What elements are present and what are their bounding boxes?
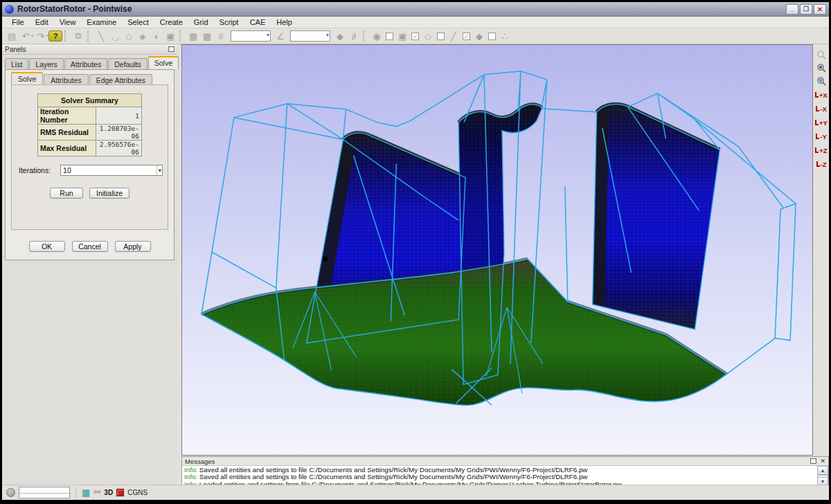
table-row: Iteration Number 1 <box>38 107 142 125</box>
row-label: Iteration Number <box>38 107 96 125</box>
toolbar-separator <box>363 30 368 42</box>
menu-grid[interactable]: Grid <box>188 17 214 27</box>
tab-solve[interactable]: Solve <box>148 56 179 69</box>
zoom-actual-icon[interactable] <box>815 75 828 88</box>
help-icon[interactable]: ? <box>48 30 62 42</box>
messages-scrollbar[interactable]: ▲ ▼ <box>817 466 828 486</box>
table-row: Max Residual 2.956576e-06 <box>38 141 142 156</box>
view-minus-x-button[interactable]: -X <box>814 102 828 116</box>
status-led-icon <box>6 488 15 497</box>
ok-button[interactable]: OK <box>29 241 65 252</box>
close-messages-icon[interactable]: ✕ <box>820 458 825 465</box>
apply-button[interactable]: Apply <box>115 241 151 252</box>
status-bar: ▦ ⚯ 3D CGNS <box>2 485 829 500</box>
float-messages-icon[interactable] <box>810 458 816 464</box>
save-icon[interactable]: ▤ <box>5 30 19 43</box>
initialize-button[interactable]: Initialize <box>89 188 129 199</box>
view-minus-y-button[interactable]: -Y <box>814 129 828 143</box>
boundary-icon[interactable]: ∂ <box>347 30 361 43</box>
menu-examine[interactable]: Examine <box>81 17 122 27</box>
view-plus-y-button[interactable]: +Y <box>814 116 828 129</box>
block-tool-icon[interactable]: ▣ <box>163 30 177 43</box>
cancel-button[interactable]: Cancel <box>72 241 108 252</box>
scroll-up-icon[interactable]: ▲ <box>817 466 828 475</box>
menu-edit[interactable]: Edit <box>30 17 54 27</box>
menu-create[interactable]: Create <box>154 17 188 27</box>
undo-icon[interactable]: ↶ <box>19 30 33 43</box>
view-plus-z-button[interactable]: +Z <box>814 143 828 157</box>
solve-tab-bar: Solve Attributes Edge Attributes <box>6 72 174 84</box>
tab-attributes[interactable]: Attributes <box>64 58 107 69</box>
view-plus-x-button[interactable]: +X <box>814 88 828 102</box>
run-init-row: Run Initialize <box>12 188 168 199</box>
app-icon <box>5 5 14 14</box>
menu-cae[interactable]: CAE <box>244 17 271 27</box>
app-window: RotorStatorRotor - Pointwise _ ❐ ✕ File … <box>2 2 829 500</box>
dialog-buttons-row: OK Cancel Apply <box>6 241 174 252</box>
restore-button[interactable]: ❐ <box>800 4 812 15</box>
view-minus-z-button[interactable]: -Z <box>814 157 828 171</box>
connector-visibility-icon[interactable]: ╱ <box>447 30 461 43</box>
mask-icon[interactable]: ◉ <box>370 30 384 43</box>
minimize-button[interactable]: _ <box>786 4 798 15</box>
structured-domain-icon[interactable]: ◈ <box>136 30 150 43</box>
float-panel-icon[interactable] <box>168 46 175 52</box>
statusbar-separator <box>75 487 76 498</box>
row-label: Max Residual <box>38 141 96 156</box>
points-icon[interactable]: ∴ <box>498 30 512 43</box>
connector-tool-icon[interactable]: ╲ <box>94 30 108 43</box>
viewport-3d-scene[interactable] <box>181 44 813 456</box>
close-button[interactable]: ✕ <box>814 4 826 15</box>
domain-tool-icon[interactable]: ◇ <box>122 30 136 43</box>
iterations-combo[interactable]: 10 <box>60 165 163 176</box>
connector-indicator-icon: ⚯ <box>93 488 100 497</box>
block-visibility-icon[interactable]: ▣ <box>395 30 409 43</box>
angle-combo[interactable] <box>290 30 330 42</box>
selected-point <box>323 256 328 261</box>
table-row: RMS Residual 1.208703e-06 <box>38 125 142 141</box>
unstructured-grid-icon[interactable]: ▩ <box>200 30 214 43</box>
menu-help[interactable]: Help <box>271 17 298 27</box>
messages-title: Messages <box>185 458 810 465</box>
structured-grid-icon[interactable]: ▦ <box>186 30 200 43</box>
run-button[interactable]: Run <box>50 188 83 199</box>
database-tool-icon[interactable]: ◗ <box>150 30 163 43</box>
panels-tab-bar: List Layers Attributes Defaults Solve <box>2 56 177 69</box>
menu-script[interactable]: Script <box>214 17 244 27</box>
tab-edge-attributes[interactable]: Edge Attributes <box>89 74 152 84</box>
spacing-icon[interactable]: ◆ <box>333 30 347 43</box>
layer-stack-icon[interactable]: ⧉ <box>71 30 85 43</box>
curve-tool-icon[interactable]: ◡ <box>108 30 122 43</box>
zoom-icon[interactable] <box>815 48 828 62</box>
menu-select[interactable]: Select <box>122 17 154 27</box>
mask-checkbox[interactable] <box>386 33 393 40</box>
row-value: 1 <box>96 107 142 125</box>
connector-checkbox[interactable]: ✓ <box>463 33 470 40</box>
main-toolbar: ▤ ↶▾ ↷▾ ? ⧉ ╲ ◡ ◇ ◈ ◗ ▣ ▦ ▩ # ∠ ◆ ∂ ◉ ▣ … <box>2 28 829 44</box>
tab-solve-inner[interactable]: Solve <box>11 72 43 84</box>
menu-view[interactable]: View <box>54 17 82 27</box>
toolbar-separator <box>64 30 69 42</box>
progress-field <box>19 487 70 498</box>
tab-layers[interactable]: Layers <box>29 58 64 69</box>
toolbar-separator <box>87 30 92 42</box>
domain-visibility-icon[interactable]: ◇ <box>421 30 435 43</box>
database-visibility-icon[interactable]: ◆ <box>472 30 486 43</box>
tab-defaults[interactable]: Defaults <box>108 58 148 69</box>
dimension-combo[interactable] <box>231 30 271 42</box>
row-value: 2.956576e-06 <box>96 141 142 156</box>
database-checkbox[interactable] <box>488 33 496 40</box>
menu-file[interactable]: File <box>6 17 30 27</box>
iterations-label: Iterations: <box>19 166 51 174</box>
tab-attributes-inner[interactable]: Attributes <box>44 74 88 84</box>
zoom-fit-icon[interactable] <box>815 62 828 75</box>
title-bar: RotorStatorRotor - Pointwise _ ❐ ✕ <box>2 2 829 17</box>
row-label: RMS Residual <box>38 125 96 141</box>
panels-dock: Panels List Layers Attributes Defaults S… <box>2 44 177 485</box>
solver-summary-title: Solver Summary <box>38 94 142 107</box>
domain-checkbox[interactable] <box>437 33 445 40</box>
tab-list[interactable]: List <box>5 58 28 69</box>
block-checkbox[interactable]: ✓ <box>411 33 419 40</box>
grid-type-icon: ▦ <box>82 488 90 497</box>
redo-icon[interactable]: ↷ <box>34 30 48 43</box>
